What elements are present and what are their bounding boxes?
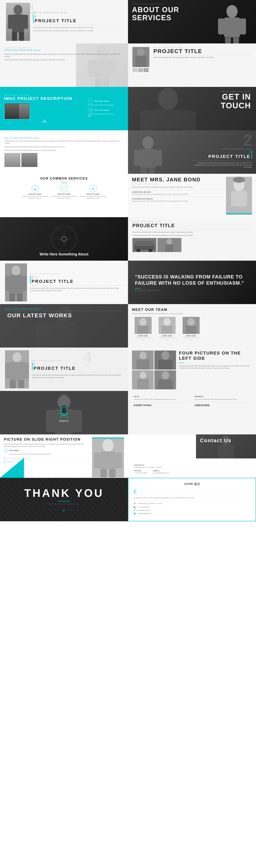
svg-rect-29 [140, 149, 156, 168]
mic-icon [61, 407, 67, 416]
svg-rect-26 [155, 129, 167, 130]
svg-rect-100 [109, 469, 116, 477]
project2-body: Entrepreneurial activities differ intern… [192, 162, 252, 168]
thumb-2 [157, 238, 182, 252]
service-2-icon: ☆ [61, 185, 68, 192]
service-2-body: Entrepreneurial activities differ intern… [51, 195, 77, 199]
thumb2-svg [157, 238, 182, 252]
service-3-body: Entrepreneurial activities differ intern… [80, 195, 106, 199]
slide-6-right: WRITE SOMETHING HERE PROJECT TITLE Entre… [128, 217, 256, 261]
phone-email-row: PHONE +1 (123) 456 7890 EMAIL youremail@… [134, 470, 169, 474]
sun-icon [58, 233, 70, 245]
member-2: JOHN DOE EXECUTIVE OFFICER ● ● ● [156, 317, 178, 341]
slide-8-right: MEET OUR TEAM Entrepreneurial activities… [128, 304, 256, 347]
audio-text: AUDIO [59, 407, 69, 422]
slide-person-img [92, 437, 124, 477]
svg-point-66 [187, 318, 195, 326]
slide-2-left: PROJECT PORTFOLIO WRITE HERE SOMETHING A… [0, 43, 128, 87]
ornament-4r: ε [249, 150, 250, 154]
svg-rect-52 [23, 276, 27, 291]
ornament-line-r [67, 510, 74, 510]
person9-svg [5, 350, 29, 389]
imac-screen [4, 103, 30, 120]
svg-rect-71 [5, 363, 10, 379]
cyan-bar-4r [251, 151, 252, 159]
svg-rect-23 [154, 109, 182, 130]
meet-title: MEET MRS. JANE BOND [132, 177, 223, 183]
slide-4-left: WRITE HERE SOMETHING ABOUT Entrepreneuri… [0, 130, 128, 174]
person-right-svg [200, 3, 256, 43]
slide-9: 4 WRITE SOMETHING HERE ε PROJECT TITLE E… [0, 347, 256, 391]
thankyou-line [58, 501, 70, 501]
cyan-strip [226, 213, 252, 214]
skill1-body: Entrepreneurial activities differ intern… [132, 193, 223, 195]
pic-2 [154, 350, 176, 370]
slide-1: 1 WRITE SOMETHING HERE ε PROJECT TITLE E… [0, 0, 256, 43]
svg-point-49 [11, 266, 21, 275]
slide-5-left: OUR COMMON SERVICES WRITE SOMETHING HERE… [0, 174, 128, 217]
svg-rect-2 [8, 15, 12, 29]
svg-point-28 [142, 136, 154, 149]
latest-works-title: OUR LATEST WORKS [7, 313, 72, 318]
right-text: WRITE SOMETHING HERE PROJECT TITLE Entre… [153, 47, 252, 83]
write-something-label: WRITE SOMETHING HERE [33, 11, 122, 13]
label-8-row: ε OUR LATEST WORKS [5, 313, 123, 318]
svg-rect-91 [73, 410, 82, 432]
member-2-photo [159, 317, 175, 334]
member-2-name: JOHN DOE [156, 335, 178, 337]
author-name-text: 사이버 공간 [133, 482, 251, 486]
persons-row [4, 153, 124, 167]
title9-row: ε PROJECT TITLE [32, 362, 123, 371]
slide-12: THANK YOU thank you for watching ε 사이버 공… [0, 478, 256, 521]
member-1-name: JOHN DOE [132, 335, 154, 337]
project-title-r: PROJECT TITLE [153, 49, 252, 54]
thank-you-title: THANK YOU [24, 487, 104, 499]
person4r-svg [128, 134, 168, 174]
svg-rect-11 [233, 36, 239, 43]
services-header: OUR COMMON SERVICES WRITE SOMETHING HERE [4, 177, 124, 183]
ornament-11-row: ε [4, 460, 90, 464]
slide-11: PICTURE ON SLIDE RIGHT POSITION Entrepre… [0, 434, 256, 478]
something-label: SOMETHING [134, 404, 189, 407]
ornament-row-r: E [133, 488, 251, 495]
phone-label: PHONE [134, 470, 147, 472]
person-sm-1 [4, 153, 21, 167]
phone-value: +1 (123) 456 7890 [134, 472, 147, 474]
slide-5: OUR COMMON SERVICES WRITE SOMETHING HERE… [0, 174, 256, 217]
m1-svg [135, 317, 152, 334]
service-1-name: SERVICE NAME [22, 193, 48, 195]
member3-line [185, 339, 197, 339]
thank-you-sub: thank you for watching [24, 503, 104, 505]
ornament-row-ty: ε [24, 507, 104, 513]
ornament-11: ε [4, 460, 5, 464]
address-value: 1760 Brockwell St., Houston, TX 77001 [134, 466, 169, 468]
jane-svg [226, 177, 252, 215]
slide-person-svg [92, 437, 124, 477]
services-title: OUR COMMON SERVICES [4, 177, 124, 180]
pic3-svg [132, 370, 154, 390]
services-row: ☁ SERVICE NAME Entrepreneurial activitie… [4, 185, 124, 199]
quote-content: "SUCCESS IS WALKING FROM FAILURE TO FAIL… [135, 274, 249, 291]
member-3-photo [183, 317, 200, 334]
person-9 [5, 350, 29, 389]
member-1-photo [135, 317, 152, 334]
body2-4: Entrepreneurial activities differ intern… [4, 146, 124, 148]
svg-rect-9 [239, 19, 246, 34]
team-members: JOHN DOE EXECUTIVE OFFICER ● ● ● JOHN D [132, 317, 252, 341]
svg-rect-103 [218, 445, 234, 458]
ray-top [64, 233, 64, 236]
slide-person-photo [92, 437, 124, 475]
project2-title: PROJECT TITLE [209, 154, 250, 159]
imac-subtitle: WRITE SOMETHING HERE [4, 94, 85, 96]
svg-rect-97 [94, 453, 100, 468]
project2-content: 2 WRITE SOMETHING HERE ε PROJECT TITLE E… [192, 132, 252, 168]
bg-number: 1 [28, 2, 36, 16]
quote-text: "SUCCESS IS WALKING FROM FAILURE TO FAIL… [135, 274, 249, 286]
four-pics [132, 350, 176, 388]
svg-rect-72 [24, 363, 29, 379]
svg-rect-30 [134, 150, 140, 166]
svg-rect-3 [24, 15, 28, 29]
svg-rect-98 [116, 453, 122, 468]
star-icon-11: ★ [4, 448, 8, 453]
feat1-header: □ FEATURE NAME [88, 99, 124, 104]
